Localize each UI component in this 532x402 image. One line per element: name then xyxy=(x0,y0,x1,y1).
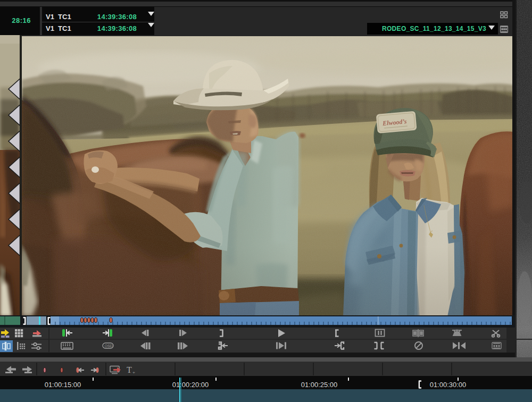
svg-text:T: T xyxy=(127,365,132,374)
svg-text:OSD: OSD xyxy=(105,344,113,348)
svg-text:+: + xyxy=(132,370,135,375)
